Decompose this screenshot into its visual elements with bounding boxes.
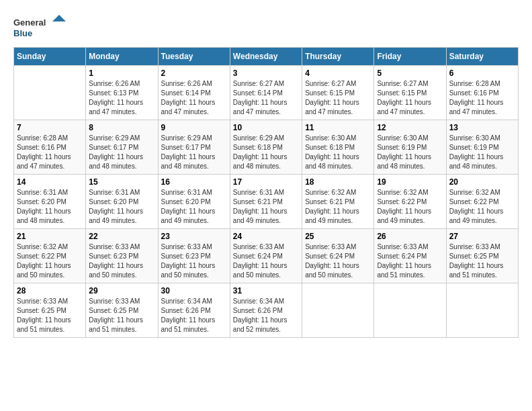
day-number: 3 — [233, 68, 299, 78]
day-number: 6 — [449, 68, 515, 78]
calendar-cell — [374, 283, 446, 338]
calendar-week-1: 1Sunrise: 6:26 AMSunset: 6:13 PMDaylight… — [14, 66, 519, 120]
calendar-cell: 7Sunrise: 6:28 AMSunset: 6:16 PMDaylight… — [14, 120, 86, 175]
day-info: Sunrise: 6:33 AMSunset: 6:23 PMDaylight:… — [89, 242, 154, 280]
day-header-tuesday: Tuesday — [158, 48, 230, 66]
day-number: 26 — [377, 232, 443, 241]
calendar-cell: 9Sunrise: 6:29 AMSunset: 6:17 PMDaylight… — [158, 120, 230, 175]
day-info: Sunrise: 6:31 AMSunset: 6:20 PMDaylight:… — [89, 188, 154, 226]
calendar-cell: 27Sunrise: 6:33 AMSunset: 6:25 PMDayligh… — [446, 229, 518, 283]
day-number: 5 — [377, 68, 443, 78]
day-header-thursday: Thursday — [302, 48, 374, 66]
day-number: 2 — [161, 68, 227, 78]
day-number: 10 — [233, 123, 299, 132]
calendar-cell: 26Sunrise: 6:33 AMSunset: 6:24 PMDayligh… — [374, 229, 446, 283]
day-number: 11 — [305, 123, 371, 132]
calendar-header-row: SundayMondayTuesdayWednesdayThursdayFrid… — [14, 48, 519, 66]
calendar-cell: 8Sunrise: 6:29 AMSunset: 6:17 PMDaylight… — [86, 120, 158, 175]
calendar-cell: 19Sunrise: 6:32 AMSunset: 6:22 PMDayligh… — [374, 175, 446, 229]
calendar-cell: 1Sunrise: 6:26 AMSunset: 6:13 PMDaylight… — [86, 66, 158, 120]
day-number: 24 — [233, 232, 299, 241]
calendar-cell: 10Sunrise: 6:29 AMSunset: 6:18 PMDayligh… — [230, 120, 302, 175]
day-info: Sunrise: 6:28 AMSunset: 6:16 PMDaylight:… — [449, 79, 515, 117]
day-header-wednesday: Wednesday — [230, 48, 302, 66]
day-info: Sunrise: 6:28 AMSunset: 6:16 PMDaylight:… — [17, 134, 83, 171]
day-number: 22 — [89, 232, 154, 241]
day-info: Sunrise: 6:33 AMSunset: 6:25 PMDaylight:… — [449, 242, 515, 280]
calendar-cell: 24Sunrise: 6:33 AMSunset: 6:24 PMDayligh… — [230, 229, 302, 283]
calendar-cell: 13Sunrise: 6:30 AMSunset: 6:19 PMDayligh… — [446, 120, 518, 175]
day-info: Sunrise: 6:29 AMSunset: 6:17 PMDaylight:… — [161, 134, 227, 171]
day-info: Sunrise: 6:33 AMSunset: 6:24 PMDaylight:… — [305, 242, 371, 280]
day-info: Sunrise: 6:32 AMSunset: 6:22 PMDaylight:… — [17, 242, 83, 280]
day-number: 31 — [233, 286, 299, 295]
day-number: 7 — [17, 123, 83, 132]
day-number: 23 — [161, 232, 227, 241]
day-number: 12 — [377, 123, 443, 132]
day-number: 30 — [161, 286, 227, 295]
svg-marker-1 — [52, 15, 66, 21]
calendar-cell — [302, 283, 374, 338]
day-number: 15 — [89, 177, 154, 187]
logo-svg: General Blue — [13, 13, 67, 40]
day-number: 13 — [449, 123, 515, 132]
calendar-cell: 15Sunrise: 6:31 AMSunset: 6:20 PMDayligh… — [86, 175, 158, 229]
calendar-cell: 29Sunrise: 6:33 AMSunset: 6:25 PMDayligh… — [86, 283, 158, 338]
calendar-cell: 18Sunrise: 6:32 AMSunset: 6:21 PMDayligh… — [302, 175, 374, 229]
calendar-week-5: 28Sunrise: 6:33 AMSunset: 6:25 PMDayligh… — [14, 283, 519, 338]
day-info: Sunrise: 6:29 AMSunset: 6:17 PMDaylight:… — [89, 134, 154, 171]
day-number: 16 — [161, 177, 227, 187]
day-info: Sunrise: 6:30 AMSunset: 6:19 PMDaylight:… — [377, 134, 443, 171]
calendar-cell: 28Sunrise: 6:33 AMSunset: 6:25 PMDayligh… — [14, 283, 86, 338]
calendar-cell: 12Sunrise: 6:30 AMSunset: 6:19 PMDayligh… — [374, 120, 446, 175]
day-number: 9 — [161, 123, 227, 132]
day-info: Sunrise: 6:33 AMSunset: 6:24 PMDaylight:… — [377, 242, 443, 280]
page-header: General Blue — [13, 13, 519, 40]
calendar-cell: 20Sunrise: 6:32 AMSunset: 6:22 PMDayligh… — [446, 175, 518, 229]
calendar-cell: 31Sunrise: 6:34 AMSunset: 6:26 PMDayligh… — [230, 283, 302, 338]
day-number: 4 — [305, 68, 371, 78]
day-info: Sunrise: 6:26 AMSunset: 6:14 PMDaylight:… — [161, 79, 227, 117]
day-info: Sunrise: 6:33 AMSunset: 6:25 PMDaylight:… — [17, 297, 83, 334]
calendar-week-2: 7Sunrise: 6:28 AMSunset: 6:16 PMDaylight… — [14, 120, 519, 175]
svg-text:Blue: Blue — [13, 28, 32, 38]
day-number: 14 — [17, 177, 83, 187]
day-number: 20 — [449, 177, 515, 187]
day-info: Sunrise: 6:32 AMSunset: 6:21 PMDaylight:… — [305, 188, 371, 226]
day-info: Sunrise: 6:30 AMSunset: 6:18 PMDaylight:… — [305, 134, 371, 171]
day-info: Sunrise: 6:32 AMSunset: 6:22 PMDaylight:… — [377, 188, 443, 226]
day-number: 17 — [233, 177, 299, 187]
day-info: Sunrise: 6:33 AMSunset: 6:25 PMDaylight:… — [89, 297, 154, 334]
calendar-week-3: 14Sunrise: 6:31 AMSunset: 6:20 PMDayligh… — [14, 175, 519, 229]
day-info: Sunrise: 6:27 AMSunset: 6:15 PMDaylight:… — [377, 79, 443, 117]
calendar-cell: 21Sunrise: 6:32 AMSunset: 6:22 PMDayligh… — [14, 229, 86, 283]
calendar-cell — [446, 283, 518, 338]
calendar-table: SundayMondayTuesdayWednesdayThursdayFrid… — [13, 47, 519, 338]
day-number: 18 — [305, 177, 371, 187]
calendar-cell: 22Sunrise: 6:33 AMSunset: 6:23 PMDayligh… — [86, 229, 158, 283]
day-info: Sunrise: 6:27 AMSunset: 6:14 PMDaylight:… — [233, 79, 299, 117]
day-number: 19 — [377, 177, 443, 187]
logo: General Blue — [13, 13, 67, 40]
day-info: Sunrise: 6:34 AMSunset: 6:26 PMDaylight:… — [233, 297, 299, 334]
calendar-cell: 4Sunrise: 6:27 AMSunset: 6:15 PMDaylight… — [302, 66, 374, 120]
day-header-friday: Friday — [374, 48, 446, 66]
day-info: Sunrise: 6:34 AMSunset: 6:26 PMDaylight:… — [161, 297, 227, 334]
day-header-saturday: Saturday — [446, 48, 518, 66]
calendar-cell: 25Sunrise: 6:33 AMSunset: 6:24 PMDayligh… — [302, 229, 374, 283]
day-info: Sunrise: 6:31 AMSunset: 6:20 PMDaylight:… — [17, 188, 83, 226]
day-info: Sunrise: 6:31 AMSunset: 6:21 PMDaylight:… — [233, 188, 299, 226]
day-info: Sunrise: 6:27 AMSunset: 6:15 PMDaylight:… — [305, 79, 371, 117]
day-info: Sunrise: 6:33 AMSunset: 6:23 PMDaylight:… — [161, 242, 227, 280]
day-info: Sunrise: 6:26 AMSunset: 6:13 PMDaylight:… — [89, 79, 154, 117]
day-number: 28 — [17, 286, 83, 295]
calendar-cell: 3Sunrise: 6:27 AMSunset: 6:14 PMDaylight… — [230, 66, 302, 120]
svg-text:General: General — [13, 17, 46, 28]
day-header-monday: Monday — [86, 48, 158, 66]
day-info: Sunrise: 6:31 AMSunset: 6:20 PMDaylight:… — [161, 188, 227, 226]
calendar-cell: 5Sunrise: 6:27 AMSunset: 6:15 PMDaylight… — [374, 66, 446, 120]
day-number: 27 — [449, 232, 515, 241]
day-number: 1 — [89, 68, 154, 78]
calendar-cell — [14, 66, 86, 120]
day-info: Sunrise: 6:30 AMSunset: 6:19 PMDaylight:… — [449, 134, 515, 171]
